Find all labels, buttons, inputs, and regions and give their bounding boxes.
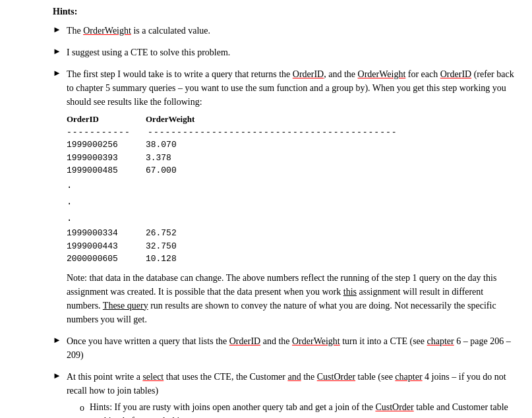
bullet-text-5: At this point write a select that uses t… <box>67 370 519 418</box>
chapter-ref-2: chapter <box>395 372 422 382</box>
orderid-ref-3: OrderID <box>229 336 260 346</box>
table-row-4: 199900033426.752 <box>67 227 519 240</box>
sub-bullet-item-1: o Hints: If you are rusty with joins ope… <box>80 400 519 418</box>
circle-bullet-1: o <box>80 401 84 415</box>
select-ref: select <box>142 372 163 382</box>
arrow-icon-3: ► <box>53 68 61 78</box>
this-ref: this <box>343 287 357 297</box>
data-table: OrderIDOrderWeight ----------- ---------… <box>67 113 519 266</box>
bullet-item-3: ► The first step I would take is to writ… <box>53 67 519 326</box>
table-row-6: 200000060510.128 <box>67 253 519 266</box>
bullet-item-1: ► The OrderWeight is a calculated value. <box>53 24 519 38</box>
arrow-icon-2: ► <box>53 46 61 57</box>
orderweight-ref-3: OrderWeight <box>292 336 340 346</box>
orderid-ref-1: OrderID <box>293 69 324 79</box>
sub-bullet-list: o Hints: If you are rusty with joins ope… <box>67 400 519 418</box>
bullet-text-4: Once you have written a query that lists… <box>67 334 519 362</box>
sub-content-1: Hints: If you are rusty with joins open … <box>90 400 519 418</box>
these-query-ref: These query <box>103 301 148 311</box>
table-row-2: 19990003933.378 <box>67 152 519 165</box>
col2-header: OrderWeight <box>146 113 194 126</box>
hints-label: Hints: <box>53 7 519 17</box>
dots-3: . <box>67 210 519 227</box>
custorder-ref-2: CustOrder <box>375 402 413 412</box>
table-row-1: 199900025638.070 <box>67 138 519 152</box>
bullet-item-5: ► At this point write a select that uses… <box>53 370 519 418</box>
table-row-5: 199900044332.750 <box>67 240 519 253</box>
chapter-ref-1: chapter <box>427 336 454 346</box>
bullet-item-2: ► I suggest using a CTE to solve this pr… <box>53 45 519 59</box>
table-header: OrderIDOrderWeight <box>67 113 519 126</box>
dots-1: . <box>67 177 519 194</box>
custorder-ref-1: CustOrder <box>317 372 355 382</box>
arrow-icon-1: ► <box>53 24 61 35</box>
bullet-text-1: The OrderWeight is a calculated value. <box>67 24 519 38</box>
arrow-icon-4: ► <box>53 335 61 345</box>
dots-2: . <box>67 194 519 210</box>
bullet-text-2: I suggest using a CTE to solve this prob… <box>67 45 519 59</box>
col1-header: OrderID <box>67 113 146 126</box>
table-separator: ----------- ----------------------------… <box>67 126 519 139</box>
bullet-text-3: The first step I would take is to write … <box>67 67 519 326</box>
orderweight-ref-2: OrderWeight <box>358 69 406 79</box>
hints-list: ► The OrderWeight is a calculated value.… <box>53 24 519 418</box>
table-row-3: 199900048567.000 <box>67 164 519 177</box>
bullet-item-4: ► Once you have written a query that lis… <box>53 334 519 362</box>
and-ref: and <box>287 372 301 382</box>
note-text: Note: that data in the database can chan… <box>67 271 519 326</box>
arrow-icon-5: ► <box>53 371 61 381</box>
orderid-ref-2: OrderID <box>440 69 471 79</box>
orderweight-ref-1: OrderWeight <box>83 26 131 36</box>
hints-section: Hints: ► The OrderWeight is a calculated… <box>53 7 519 418</box>
